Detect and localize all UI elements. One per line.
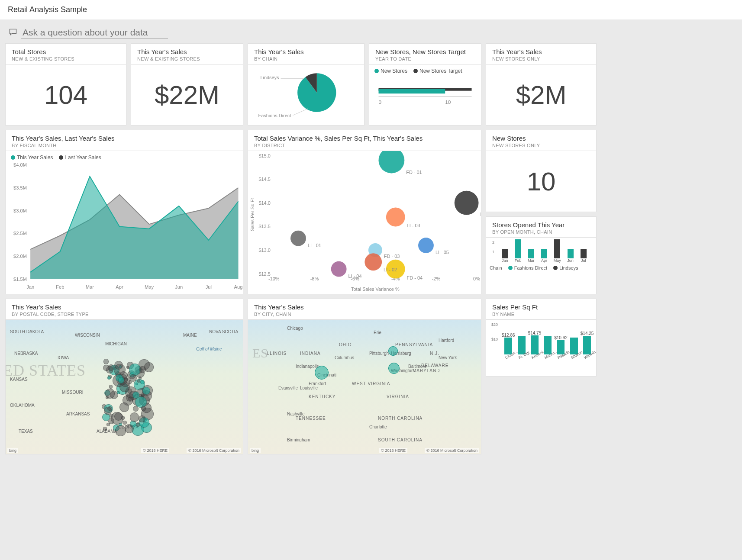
tile-new-stores[interactable]: New Stores NEW STORES ONLY 10	[486, 130, 597, 212]
pie-label-fashions: Fashions Direct	[258, 113, 291, 118]
svg-text:$3.0M: $3.0M	[13, 208, 27, 213]
svg-text:$14.5: $14.5	[258, 177, 270, 182]
dashboard-body: Total Stores NEW & EXISTING STORES 104 T…	[0, 19, 742, 542]
map-credit-ms: © 2016 Microsoft Corporation	[425, 448, 479, 453]
comment-icon	[9, 28, 17, 38]
legend-item: New Stores	[374, 68, 407, 74]
tile-sales-postal[interactable]: This Year's Sales BY POSTAL CODE, STORE …	[5, 299, 243, 454]
tile-subtitle: YEAR TO DATE	[375, 56, 475, 61]
svg-text:$14.0: $14.0	[258, 200, 270, 206]
tile-sales-new[interactable]: This Year's Sales NEW STORES ONLY $2M	[486, 43, 597, 126]
bing-logo: bing	[250, 448, 261, 453]
map-credit-here: © 2016 HERE	[141, 448, 169, 453]
kpi-value: $2M	[486, 64, 596, 125]
tile-stores-opened[interactable]: Stores Opened This Year BY OPEN MONTH, C…	[486, 216, 597, 294]
svg-text:LI - 03: LI - 03	[407, 223, 420, 228]
tile-title: This Year's Sales	[137, 48, 237, 55]
legend-item: New Stores Target	[413, 68, 462, 74]
qna-input[interactable]	[21, 26, 168, 39]
pie-label-lindseys: Lindseys	[260, 75, 279, 80]
svg-text:Jan: Jan	[26, 284, 34, 290]
svg-text:-2%: -2%	[432, 277, 441, 282]
tile-subtitle: BY CITY, CHAIN	[254, 312, 475, 317]
stacked-bars: JanFebMarAprMayJunJul	[496, 239, 593, 264]
svg-text:LI - 02: LI - 02	[384, 267, 397, 272]
svg-point-37	[455, 191, 479, 215]
map-credit-ms: © 2016 Microsoft Corporation	[187, 448, 241, 453]
svg-text:FD - 03: FD - 03	[384, 254, 400, 259]
map-city[interactable]: bing © 2016 HERE © 2016 Microsoft Corpor…	[248, 320, 481, 454]
tile-sales-city[interactable]: This Year's Sales BY CITY, CHAIN bing © …	[248, 299, 481, 454]
tile-title: Stores Opened This Year	[492, 221, 590, 229]
tile-new-stores-target[interactable]: New Stores, New Stores Target YEAR TO DA…	[369, 43, 481, 126]
svg-text:Feb: Feb	[56, 284, 64, 290]
svg-point-49	[331, 261, 347, 277]
tile-subtitle: NEW STORES ONLY	[492, 56, 590, 61]
tile-title: This Year's Sales, Last Year's Sales	[12, 135, 237, 142]
tile-subtitle: BY OPEN MONTH, CHAIN	[492, 229, 590, 235]
svg-text:Mar: Mar	[86, 284, 94, 290]
svg-text:May: May	[145, 284, 154, 290]
tile-subtitle: NEW & EXISTING STORES	[12, 56, 120, 61]
page-title: Retail Analysis Sample	[0, 0, 742, 19]
pie-chart: Lindseys Fashions Direct	[248, 64, 364, 125]
legend-item: Fashions Direct	[508, 265, 547, 270]
tile-title: This Year's Sales	[254, 303, 475, 311]
svg-text:FD - 01: FD - 01	[406, 170, 422, 175]
legend-item: Last Year Sales	[59, 154, 101, 161]
svg-text:$4.0M: $4.0M	[13, 162, 27, 167]
tile-title: This Year's Sales	[254, 48, 358, 55]
tile-sales-all[interactable]: This Year's Sales NEW & EXISTING STORES …	[131, 43, 243, 126]
svg-text:-8%: -8%	[310, 277, 319, 282]
svg-text:$12.5: $12.5	[258, 271, 270, 277]
tile-subtitle: BY POSTAL CODE, STORE TYPE	[12, 312, 237, 317]
tile-subtitle: BY FISCAL MONTH	[12, 143, 237, 148]
tile-sales-sqft[interactable]: Sales Per Sq Ft BY NAME $20 $10 $12.86Ci…	[486, 299, 597, 377]
svg-point-51	[418, 238, 434, 253]
svg-text:$3.5M: $3.5M	[13, 185, 27, 190]
svg-text:Apr: Apr	[116, 284, 123, 290]
kpi-value: 104	[6, 64, 126, 125]
svg-text:-10%: -10%	[268, 277, 280, 282]
tile-sales-by-chain[interactable]: This Year's Sales BY CHAIN Lindseys Fash…	[248, 43, 365, 126]
map-postal[interactable]: ED STATES bing © 2016 HERE © 2016 Micros…	[6, 320, 243, 454]
svg-point-35	[378, 151, 404, 173]
tile-sales-trend[interactable]: This Year's Sales, Last Year's Sales BY …	[5, 130, 243, 294]
area-chart: $1.5M$2.0M$2.5M$3.0M$3.5M$4.0MJanFebMarA…	[6, 161, 243, 292]
tile-title: New Stores	[492, 135, 590, 142]
tile-total-stores[interactable]: Total Stores NEW & EXISTING STORES 104	[5, 43, 126, 126]
svg-text:Sales Per Sq Ft: Sales Per Sq Ft	[250, 198, 255, 232]
tile-title: This Year's Sales	[492, 48, 590, 55]
svg-text:Jun: Jun	[175, 284, 183, 290]
svg-text:$13.5: $13.5	[258, 224, 270, 229]
tile-variance[interactable]: Total Sales Variance %, Sales Per Sq Ft,…	[248, 130, 481, 294]
tile-subtitle: BY DISTRICT	[254, 143, 475, 148]
svg-point-45	[365, 253, 382, 270]
kpi-value: $22M	[131, 64, 243, 125]
svg-text:$2.5M: $2.5M	[13, 231, 27, 236]
bing-logo: bing	[7, 448, 18, 453]
svg-text:Aug: Aug	[234, 284, 243, 290]
svg-text:LI - 01: LI - 01	[308, 243, 321, 248]
svg-point-43	[290, 231, 306, 246]
svg-text:FD - 02: FD - 02	[481, 212, 481, 217]
tile-subtitle: BY NAME	[492, 312, 590, 317]
legend-label: Chain	[490, 265, 502, 270]
scatter-chart: -10%-8%-6%-4%-2%0%$12.5$13.0$13.5$14.0$1…	[248, 151, 481, 294]
tile-subtitle: BY CHAIN	[254, 56, 358, 61]
tile-title: Total Stores	[12, 48, 120, 55]
legend-item: This Year Sales	[11, 154, 53, 161]
legend-item: Lindseys	[553, 265, 578, 270]
svg-text:FD - 04: FD - 04	[407, 275, 423, 280]
qna-bar	[5, 25, 737, 43]
svg-line-1	[293, 109, 308, 116]
svg-text:0%: 0%	[473, 277, 480, 282]
svg-point-47	[386, 208, 405, 227]
tile-subtitle: NEW & EXISTING STORES	[137, 56, 237, 61]
gauge-chart: 0 10	[369, 74, 481, 116]
svg-text:LI - 04: LI - 04	[348, 274, 362, 279]
svg-text:$15.0: $15.0	[258, 153, 270, 158]
svg-rect-3	[379, 89, 445, 93]
map-credit-here: © 2016 HERE	[379, 448, 407, 453]
svg-text:Jul: Jul	[206, 284, 212, 290]
